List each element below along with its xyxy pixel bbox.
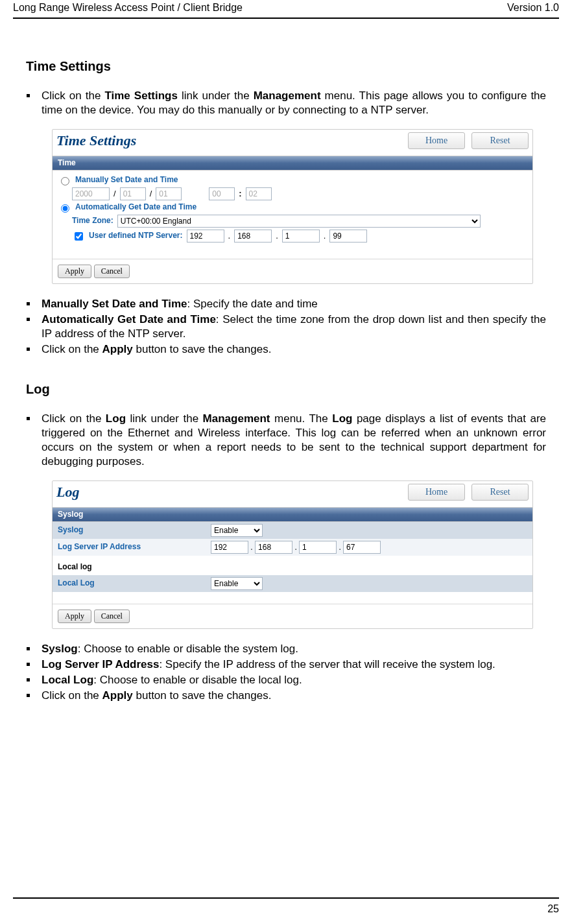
day-input[interactable] — [156, 187, 182, 200]
text: Click on the — [42, 343, 102, 355]
dot: . — [339, 543, 340, 553]
text: Click on the — [42, 89, 104, 102]
page-footer: 25 — [13, 897, 559, 916]
ntp-checkbox[interactable] — [75, 232, 83, 241]
ntp-ip-b[interactable] — [234, 230, 272, 243]
text-bold: Log — [106, 412, 126, 425]
log-panel: Log Home Reset Syslog Syslog Enable — [52, 480, 533, 629]
cancel-button[interactable]: Cancel — [94, 610, 130, 623]
cancel-button[interactable]: Cancel — [94, 265, 130, 278]
text: link under the — [126, 412, 203, 425]
log-ip-a[interactable] — [211, 541, 248, 554]
text: Click on the — [42, 412, 106, 425]
dot: . — [250, 543, 252, 553]
time-settings-panel: Time Settings Home Reset Time Manually S… — [52, 129, 533, 284]
text-bold: Log Server IP Address — [42, 658, 159, 670]
month-input[interactable] — [120, 187, 146, 200]
time-section-bar: Time — [53, 156, 532, 171]
time-settings-heading: Time Settings — [26, 58, 546, 75]
log-ip-d[interactable] — [343, 541, 381, 554]
page-number: 25 — [547, 903, 559, 914]
text: : Specify the date and time — [187, 298, 318, 310]
timezone-select[interactable]: UTC+00:00 England — [117, 215, 481, 228]
colon: : — [239, 189, 241, 200]
list-item: Click on the Apply button to save the ch… — [38, 689, 546, 703]
apply-button[interactable]: Apply — [58, 265, 91, 278]
text-bold: Management — [203, 412, 270, 425]
list-item: Manually Set Date and Time: Specify the … — [38, 297, 546, 311]
log-ip-b[interactable] — [255, 541, 292, 554]
reset-button[interactable]: Reset — [471, 484, 529, 501]
header-right: Version 1.0 — [507, 1, 559, 15]
apply-button[interactable]: Apply — [58, 610, 91, 623]
list-item: Local Log: Choose to enable or disable t… — [38, 673, 546, 687]
text: button to save the changes. — [133, 343, 272, 355]
syslog-row-label: Syslog — [53, 522, 206, 539]
hour-input[interactable] — [209, 187, 235, 200]
year-input[interactable] — [72, 187, 110, 200]
local-log-select[interactable]: Enable — [211, 577, 263, 590]
text: : Choose to enable or disable the local … — [93, 674, 302, 686]
log-server-ip-label: Log Server IP Address — [53, 539, 206, 556]
text: : Specify the IP address of the server t… — [159, 658, 495, 670]
syslog-select[interactable]: Enable — [211, 524, 263, 537]
page-header: Long Range Wireless Access Point / Clien… — [13, 1, 559, 19]
list-item: Automatically Get Date and Time: Select … — [38, 313, 546, 341]
minute-input[interactable] — [246, 187, 272, 200]
text-bold: Apply — [102, 343, 133, 355]
ntp-ip-c[interactable] — [282, 230, 320, 243]
list-item: Syslog: Choose to enable or disable the … — [38, 642, 546, 656]
reset-button[interactable]: Reset — [471, 132, 529, 149]
manual-radio[interactable] — [61, 177, 69, 185]
slash: / — [113, 189, 116, 200]
text-bold: Apply — [102, 689, 133, 702]
panel-title: Log — [56, 483, 79, 502]
ntp-label: User defined NTP Server: — [89, 231, 183, 241]
auto-radio[interactable] — [61, 204, 69, 213]
text-bold: Automatically Get Date and Time — [42, 313, 216, 326]
header-left: Long Range Wireless Access Point / Clien… — [13, 1, 243, 15]
tz-label: Time Zone: — [72, 216, 113, 226]
text: button to save the changes. — [133, 689, 272, 702]
ntp-ip-a[interactable] — [187, 230, 224, 243]
list-item: Click on the Apply button to save the ch… — [38, 342, 546, 357]
text: : Choose to enable or disable the system… — [78, 643, 298, 655]
home-button[interactable]: Home — [408, 132, 465, 149]
local-log-subheading: Local log — [53, 556, 532, 575]
text-bold: Local Log — [42, 674, 93, 686]
time-settings-intro: Click on the Time Settings link under th… — [38, 89, 546, 117]
log-intro: Click on the Log link under the Manageme… — [38, 412, 546, 469]
dot: . — [228, 231, 231, 242]
log-heading: Log — [26, 381, 546, 397]
dot: . — [276, 231, 278, 242]
text-bold: Log — [332, 412, 352, 425]
dot: . — [324, 231, 326, 242]
log-ip-c[interactable] — [299, 541, 337, 554]
local-log-row-label: Local Log — [53, 575, 206, 592]
text-bold: Time Settings — [104, 89, 177, 102]
list-item: Log Server IP Address: Specify the IP ad… — [38, 657, 546, 672]
panel-title: Time Settings — [56, 132, 136, 150]
home-button[interactable]: Home — [408, 484, 465, 501]
ntp-ip-d[interactable] — [329, 230, 367, 243]
dot: . — [294, 543, 296, 553]
auto-label: Automatically Get Date and Time — [75, 202, 197, 213]
text: menu. The — [270, 412, 333, 425]
text: Click on the — [42, 689, 102, 702]
slash: / — [150, 189, 152, 200]
text-bold: Syslog — [42, 643, 78, 655]
text-bold: Manually Set Date and Time — [42, 298, 187, 310]
text-bold: Management — [254, 89, 321, 102]
syslog-section-bar: Syslog — [53, 507, 532, 523]
manual-label: Manually Set Date and Time — [75, 175, 178, 185]
text: link under the — [178, 89, 254, 102]
